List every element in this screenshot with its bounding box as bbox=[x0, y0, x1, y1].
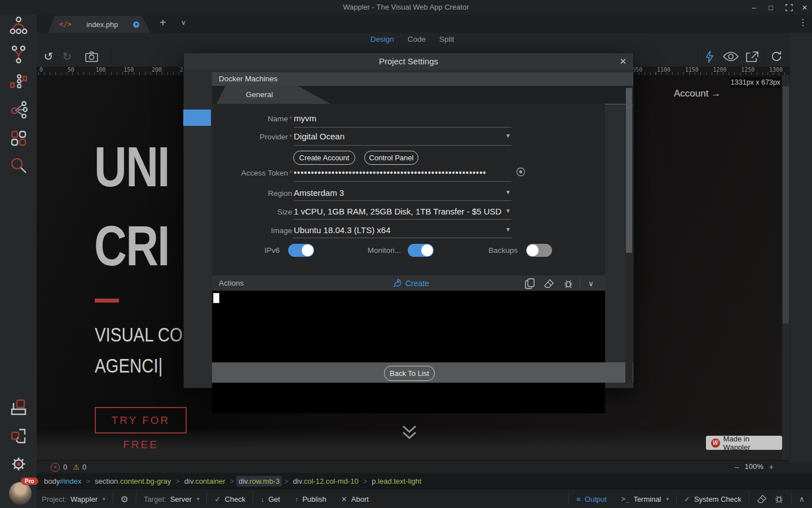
zoom-out-button[interactable]: – bbox=[735, 462, 739, 471]
app-structure-icon[interactable] bbox=[7, 15, 30, 37]
modal-scrollbar[interactable] bbox=[625, 87, 633, 383]
tab-general[interactable]: General bbox=[217, 86, 330, 104]
system-check-icon: ✓ bbox=[684, 495, 690, 503]
app-connect-bolt-icon[interactable] bbox=[704, 50, 714, 63]
tab-split[interactable]: Split bbox=[439, 35, 454, 43]
target-selector[interactable]: Target: Server ▾ bbox=[136, 493, 207, 505]
eraser-icon[interactable] bbox=[543, 278, 554, 289]
breadcrumb: body#index>section.content.bg-gray>div.c… bbox=[37, 473, 812, 489]
image-select-arrow-icon[interactable]: ▼ bbox=[505, 226, 511, 233]
back-to-list-button[interactable]: Back To List bbox=[384, 366, 435, 381]
breadcrumb-item[interactable]: div.row.mb-3 bbox=[236, 476, 282, 487]
tab-design[interactable]: Design bbox=[370, 35, 394, 43]
try-for-free-button[interactable]: TRY FOR FREE bbox=[95, 407, 187, 433]
tab-label: index.php bbox=[77, 20, 127, 29]
breadcrumb-item[interactable]: p.lead.text-light bbox=[369, 476, 423, 487]
copy-icon[interactable] bbox=[524, 278, 535, 289]
data-bindings-icon[interactable] bbox=[7, 43, 30, 65]
maximize-button[interactable]: □ bbox=[762, 0, 779, 15]
tab-index-php[interactable]: </> index.php bbox=[48, 16, 151, 33]
fullscreen-button[interactable] bbox=[780, 0, 797, 15]
collapse-actions-chevron-icon[interactable]: ∨ bbox=[585, 278, 597, 289]
terminal-button[interactable]: >_ Terminal ▾ bbox=[614, 493, 676, 505]
new-tab-button[interactable]: + bbox=[160, 16, 166, 29]
extensions-icon[interactable] bbox=[7, 424, 30, 447]
breadcrumb-item[interactable]: section.content.bg-gray bbox=[92, 476, 173, 487]
search-icon[interactable] bbox=[7, 155, 30, 177]
install-updates-icon[interactable] bbox=[7, 396, 30, 419]
pro-badge: Pro bbox=[21, 478, 38, 485]
workflows-icon[interactable] bbox=[7, 71, 30, 93]
breadcrumb-item[interactable]: div.col-12.col-md-10 bbox=[291, 476, 361, 487]
create-button[interactable]: Create bbox=[392, 278, 429, 288]
create-account-button[interactable]: Create Account bbox=[293, 151, 355, 165]
status-bar: Project: Wappler ▾ ⚙ Target: Server ▾ ✓C… bbox=[37, 489, 812, 508]
close-window-button[interactable]: ✕ bbox=[796, 0, 812, 15]
made-in-wappler-badge[interactable]: W Made in Wappler bbox=[706, 436, 782, 450]
redo-icon[interactable]: ↻ bbox=[61, 50, 73, 63]
connections-icon[interactable] bbox=[7, 98, 30, 120]
canvas-scrollbar[interactable] bbox=[782, 75, 789, 460]
project-settings-gear-icon[interactable]: ⚙ bbox=[113, 493, 136, 505]
region-label: Region bbox=[218, 189, 292, 198]
errors-icon[interactable]: ✕ bbox=[51, 463, 60, 472]
provider-select[interactable]: Digital Ocean bbox=[294, 132, 345, 141]
docker-machines-section-header: Docker Machines bbox=[212, 72, 633, 86]
debug-bug-icon[interactable] bbox=[774, 493, 791, 505]
made-in-wappler-label: Made in Wappler bbox=[723, 435, 777, 452]
region-select-arrow-icon[interactable]: ▼ bbox=[505, 189, 511, 195]
system-check-button[interactable]: ✓System Check bbox=[677, 493, 749, 505]
ruler-label: 0 bbox=[39, 67, 43, 73]
tab-list-chevron-icon[interactable]: ∨ bbox=[181, 19, 186, 27]
settings-gear-icon[interactable] bbox=[7, 453, 30, 475]
monitoring-toggle[interactable] bbox=[408, 244, 434, 257]
region-select[interactable]: Amsterdam 3 bbox=[294, 188, 344, 198]
project-settings-modal: Project Settings ✕ Docker Machines Gener… bbox=[183, 52, 634, 388]
check-button[interactable]: ✓Check bbox=[207, 493, 253, 505]
expand-panel-chevron-icon[interactable]: ∧ bbox=[792, 493, 812, 505]
screenshot-camera-icon[interactable] bbox=[85, 50, 98, 63]
modal-header[interactable]: Project Settings bbox=[184, 53, 633, 70]
breadcrumb-item[interactable]: body#index bbox=[42, 476, 84, 487]
size-select-arrow-icon[interactable]: ▼ bbox=[505, 208, 511, 214]
zoom-in-button[interactable]: + bbox=[769, 462, 774, 471]
canvas-scrollbar-thumb[interactable] bbox=[783, 86, 789, 323]
breadcrumb-item[interactable]: div.container bbox=[182, 476, 228, 487]
undo-icon[interactable]: ↺ bbox=[42, 50, 55, 63]
account-link[interactable]: Account → bbox=[674, 88, 721, 99]
size-select[interactable]: 1 vCPU, 1GB RAM, 25GB Disk, 1TB Transfer… bbox=[294, 207, 501, 216]
publish-button[interactable]: ↑Publish bbox=[288, 493, 334, 505]
preview-eye-icon[interactable] bbox=[722, 50, 739, 63]
warnings-icon[interactable]: ⚠ bbox=[73, 463, 80, 471]
open-in-browser-icon[interactable] bbox=[744, 50, 760, 63]
backups-toggle[interactable] bbox=[526, 244, 552, 257]
project-selector[interactable]: Project: Wappler ▾ bbox=[37, 493, 113, 505]
name-input[interactable]: myvm bbox=[294, 113, 316, 123]
action-output-console[interactable] bbox=[212, 291, 605, 413]
scroll-down-chevrons-icon[interactable] bbox=[400, 424, 419, 442]
refresh-icon[interactable] bbox=[769, 50, 784, 63]
download-arrow-icon: ↓ bbox=[261, 495, 264, 503]
terminal-dropdown-icon: ▾ bbox=[667, 496, 669, 502]
get-button[interactable]: ↓Get bbox=[253, 493, 287, 505]
tab-code[interactable]: Code bbox=[408, 35, 426, 43]
user-avatar[interactable] bbox=[9, 482, 32, 505]
control-panel-button[interactable]: Control Panel bbox=[364, 151, 418, 165]
image-label: Image bbox=[218, 226, 292, 235]
ipv6-toggle[interactable] bbox=[288, 244, 314, 257]
clear-output-eraser-icon[interactable] bbox=[749, 493, 774, 505]
reveal-token-eye-icon[interactable] bbox=[516, 167, 526, 177]
check-icon: ✓ bbox=[214, 495, 220, 503]
kebab-menu-icon[interactable]: ⋮ bbox=[798, 17, 807, 28]
abort-button[interactable]: ✕Abort bbox=[334, 493, 376, 505]
bug-icon[interactable] bbox=[563, 278, 574, 289]
modal-scrollbar-thumb[interactable] bbox=[626, 88, 632, 253]
image-select[interactable]: Ubuntu 18.04.3 (LTS) x64 bbox=[294, 225, 391, 235]
components-icon[interactable] bbox=[7, 126, 30, 149]
access-token-input[interactable]: ••••••••••••••••••••••••••••••••••••••••… bbox=[294, 168, 487, 177]
output-button[interactable]: ≡ Output bbox=[569, 493, 614, 505]
provider-select-arrow-icon[interactable]: ▼ bbox=[505, 133, 511, 139]
red-divider bbox=[95, 299, 119, 303]
minimize-button[interactable]: – bbox=[745, 0, 762, 15]
modal-close-icon[interactable]: ✕ bbox=[617, 56, 629, 67]
